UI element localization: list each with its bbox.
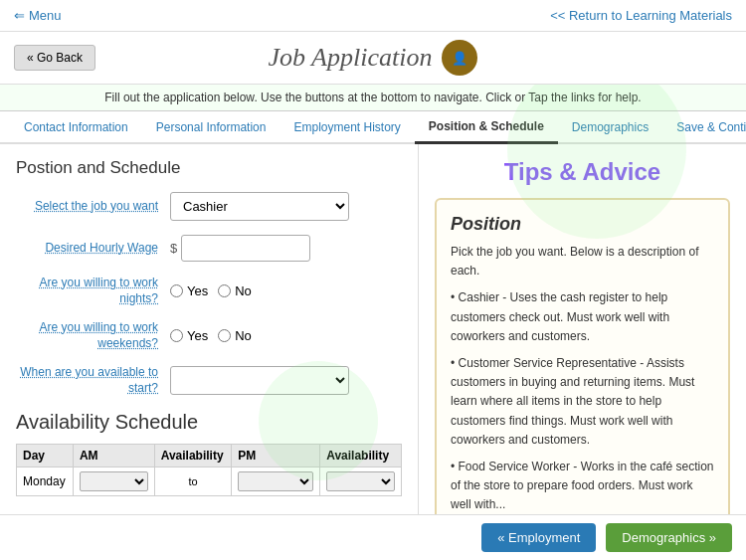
pm-end-select[interactable]: 5:00 PM6:00 PM: [326, 471, 395, 491]
nights-row: Are you willing to work nights? Yes No: [16, 276, 402, 306]
left-panel: Postion and Schedule Select the job you …: [0, 144, 418, 555]
weekends-row: Are you willing to work weekends? Yes No: [16, 320, 402, 351]
menu-label[interactable]: Menu: [29, 8, 62, 23]
tips-item-food: • Food Service Worker - Works in the caf…: [451, 458, 714, 515]
weekends-no-label[interactable]: No: [218, 328, 252, 343]
tips-item-csr: • Customer Service Representative - Assi…: [451, 354, 714, 450]
nights-no-radio[interactable]: [218, 284, 231, 297]
weekends-yes-radio[interactable]: [170, 329, 183, 342]
tips-intro: Pick the job you want. Below is a descri…: [451, 243, 714, 280]
table-row: Monday 6:00 AM7:00 AM8:00 AM to 12:00 PM…: [17, 467, 402, 495]
nights-yes-text: Yes: [187, 283, 208, 298]
menu-link[interactable]: ⇐ Menu: [14, 8, 62, 23]
wage-label: Desired Hourly Wage: [16, 241, 170, 257]
wage-symbol: $: [170, 241, 177, 256]
tab-contact-information[interactable]: Contact Information: [10, 111, 142, 142]
tab-personal-information[interactable]: Personal Information: [142, 111, 280, 142]
tips-item-cashier: • Cashier - Uses the cash register to he…: [451, 288, 714, 346]
day-cell: Monday: [17, 467, 74, 495]
header: « Go Back Job Application 👤: [0, 32, 746, 85]
tab-demographics[interactable]: Demographics: [558, 111, 662, 142]
job-select[interactable]: Cashier Customer Service Representative …: [170, 192, 349, 221]
avatar: 👤: [442, 40, 477, 76]
top-bar: ⇐ Menu << Return to Learning Materials: [0, 0, 746, 32]
nights-no-label[interactable]: No: [218, 283, 252, 298]
col-am: AM: [73, 444, 154, 467]
start-label: When are you available to start?: [16, 365, 170, 396]
col-pm: PM: [232, 444, 320, 467]
weekends-no-radio[interactable]: [218, 329, 231, 342]
nights-no-text: No: [235, 283, 252, 298]
main-content: Postion and Schedule Select the job you …: [0, 144, 746, 555]
tips-position-title: Position: [451, 214, 714, 235]
tips-box: Position Pick the job you want. Below is…: [435, 198, 730, 530]
avatar-icon: 👤: [452, 51, 467, 66]
pm-select-cell: 12:00 PM1:00 PM: [232, 467, 320, 495]
bottom-bar: « Employment Demographics »: [0, 514, 746, 560]
pm-avail-cell: 5:00 PM6:00 PM: [320, 467, 402, 495]
start-row: When are you available to start? Immedia…: [16, 365, 402, 396]
weekends-control: Yes No: [170, 328, 402, 343]
weekends-no-text: No: [235, 328, 252, 343]
wage-row: Desired Hourly Wage $: [16, 235, 402, 262]
availability-table: Day AM Availability PM Availability Mond…: [16, 444, 402, 496]
page-title: Job Application: [269, 43, 433, 73]
am-select-cell: 6:00 AM7:00 AM8:00 AM: [73, 467, 154, 495]
info-bar: Fill out the application below. Use the …: [0, 85, 746, 111]
tips-title: Tips & Advice: [435, 158, 730, 186]
weekends-yes-text: Yes: [187, 328, 208, 343]
nights-label: Are you willing to work nights?: [16, 276, 170, 306]
tab-position-schedule[interactable]: Position & Schedule: [415, 111, 558, 144]
wage-control: $: [170, 235, 402, 262]
nights-yes-label[interactable]: Yes: [170, 283, 208, 298]
section-title: Postion and Schedule: [16, 158, 402, 178]
to-label: to: [154, 467, 232, 495]
am-start-select[interactable]: 6:00 AM7:00 AM8:00 AM: [80, 471, 148, 491]
job-control: Cashier Customer Service Representative …: [170, 192, 402, 221]
nights-radio-group: Yes No: [170, 283, 402, 298]
return-link[interactable]: << Return to Learning Materials: [550, 8, 732, 23]
col-day: Day: [17, 444, 74, 467]
info-text: Fill out the application below. Use the …: [104, 91, 641, 104]
demographics-button[interactable]: Demographics »: [606, 523, 732, 552]
go-back-button[interactable]: « Go Back: [14, 45, 95, 71]
start-control: Immediately In 2 weeks In a month: [170, 366, 402, 395]
avail-title: Availability Schedule: [16, 411, 402, 434]
wage-input[interactable]: [181, 235, 310, 262]
weekends-radio-group: Yes No: [170, 328, 402, 343]
nights-yes-radio[interactable]: [170, 284, 183, 297]
weekends-yes-label[interactable]: Yes: [170, 328, 208, 343]
col-avail-pm: Availability: [320, 444, 402, 467]
col-avail-am: Availability: [154, 444, 232, 467]
start-select[interactable]: Immediately In 2 weeks In a month: [170, 366, 349, 395]
tab-employment-history[interactable]: Employment History: [280, 111, 414, 142]
pm-start-select[interactable]: 12:00 PM1:00 PM: [238, 471, 313, 491]
nights-control: Yes No: [170, 283, 402, 298]
wage-wrap: $: [170, 235, 402, 262]
employment-button[interactable]: « Employment: [481, 523, 596, 552]
weekends-label: Are you willing to work weekends?: [16, 320, 170, 351]
job-label: Select the job you want: [16, 199, 170, 215]
job-row: Select the job you want Cashier Customer…: [16, 192, 402, 221]
nav-tabs: Contact Information Personal Information…: [0, 111, 746, 144]
tab-save-continue[interactable]: Save & Continue »: [662, 111, 746, 142]
right-panel: Tips & Advice Position Pick the job you …: [418, 144, 746, 555]
menu-icon: ⇐: [14, 8, 25, 23]
